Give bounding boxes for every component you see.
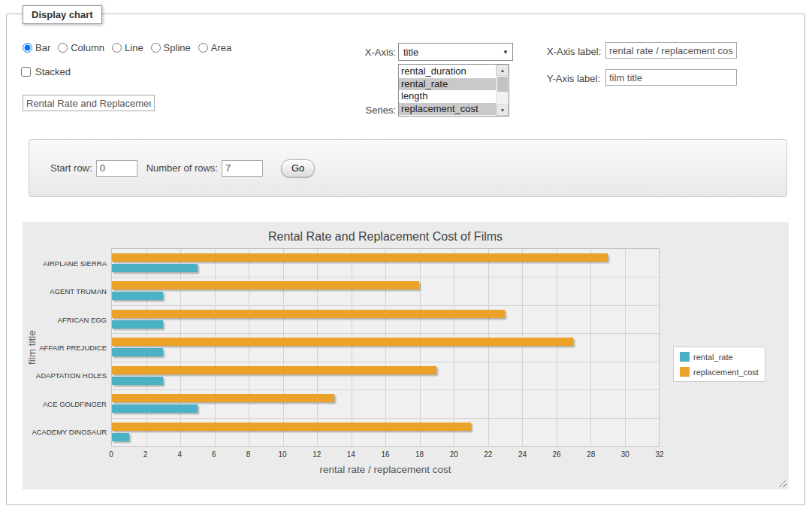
chart-type-radio-area[interactable] xyxy=(198,43,208,53)
chart-area: Rental Rate and Replacement Cost of Film… xyxy=(23,222,789,489)
chart-type-radio-line[interactable] xyxy=(112,43,122,53)
x-axis-tick-label: 28 xyxy=(587,450,595,459)
start-row-label: Start row: xyxy=(50,162,92,174)
stacked-checkbox[interactable] xyxy=(21,67,31,77)
chart-type-label: Column xyxy=(71,42,104,53)
scrollbar-thumb[interactable] xyxy=(497,77,508,92)
plot-area xyxy=(111,248,660,447)
gridline-vertical xyxy=(352,249,352,446)
bar-replacement_cost xyxy=(112,338,573,346)
y-axis-category-label: AGENT TRUMAN xyxy=(50,287,107,295)
y-axis-category-label: AFFAIR PREJUDICE xyxy=(39,344,107,352)
y-axis-label-field-label: Y-Axis label: xyxy=(547,73,600,84)
bar-replacement_cost xyxy=(112,366,436,374)
x-axis-tick-label: 4 xyxy=(177,450,182,459)
chart-type-bar[interactable]: Bar xyxy=(23,42,50,53)
y-axis-category-label: ADAPTATION HOLES xyxy=(36,371,107,380)
x-axis-select[interactable]: title ▼ xyxy=(398,43,513,61)
chart-type-label: Bar xyxy=(35,42,50,53)
gridline-vertical xyxy=(522,249,523,446)
gridline-vertical xyxy=(249,249,249,446)
chart-type-column[interactable]: Column xyxy=(58,42,104,53)
x-axis-selected-value: title xyxy=(403,47,418,58)
go-button[interactable]: Go xyxy=(281,159,315,177)
gridline-vertical xyxy=(488,249,489,446)
scroll-up-icon[interactable]: ▲ xyxy=(497,65,509,76)
chart-title-input[interactable] xyxy=(23,95,155,111)
bar-rental_rate xyxy=(112,377,163,385)
gridline-horizontal xyxy=(112,362,659,362)
bar-replacement_cost xyxy=(112,423,471,431)
x-axis-tick-label: 22 xyxy=(484,450,492,459)
bar-rental_rate xyxy=(112,348,163,356)
num-rows-label: Number of rows: xyxy=(146,162,218,174)
x-axis-tick-label: 18 xyxy=(415,450,424,459)
x-axis-tick-label: 6 xyxy=(212,450,216,459)
gridline-horizontal xyxy=(112,418,659,419)
gridline-vertical xyxy=(283,249,284,446)
x-axis-tick-label: 12 xyxy=(312,450,321,459)
chart-type-spline[interactable]: Spline xyxy=(151,42,191,53)
chart-type-line[interactable]: Line xyxy=(112,42,143,53)
chart-type-area[interactable]: Area xyxy=(198,42,231,53)
y-axis-category-label: ACADEMY DINOSAUR xyxy=(32,428,107,436)
gridline-vertical xyxy=(590,249,591,446)
bar-replacement_cost xyxy=(112,253,608,262)
chart-type-radio-column[interactable] xyxy=(58,43,68,53)
chart-type-group: BarColumnLineSplineArea xyxy=(23,42,231,53)
bar-replacement_cost xyxy=(112,394,334,402)
x-axis-label-input[interactable] xyxy=(605,42,737,59)
series-option-rental_rate[interactable]: rental_rate xyxy=(399,78,496,91)
y-axis-category-label: AIRPLANE SIERRA xyxy=(43,259,107,267)
series-listbox[interactable]: rental_durationrental_ratelengthreplacem… xyxy=(398,64,509,117)
bar-rental_rate xyxy=(112,292,163,300)
stacked-label: Stacked xyxy=(35,66,71,77)
gridline-horizontal xyxy=(112,305,659,306)
series-option-rental_duration[interactable]: rental_duration xyxy=(399,65,496,78)
legend-swatch-rental_rate xyxy=(680,352,690,362)
series-listbox-scrollbar[interactable]: ▲ ▼ xyxy=(496,65,509,116)
gridline-vertical xyxy=(420,249,421,446)
x-axis-tick-label: 2 xyxy=(143,450,148,459)
chart-type-radio-spline[interactable] xyxy=(151,43,161,53)
num-rows-input[interactable] xyxy=(222,160,263,177)
chart-type-label: Spline xyxy=(164,42,191,53)
bar-rental_rate xyxy=(112,264,198,272)
x-axis-tick-label: 10 xyxy=(279,450,287,459)
legend-label-replacement_cost: replacement_cost xyxy=(693,368,759,377)
y-axis-label-input[interactable] xyxy=(605,69,737,86)
y-axis-category-label: ACE GOLDFINGER xyxy=(43,399,107,407)
scrollbar-track[interactable] xyxy=(497,92,509,105)
x-axis-tick-label: 26 xyxy=(553,450,561,459)
start-row-input[interactable] xyxy=(96,160,137,177)
series-option-replacement_cost[interactable]: replacement_cost xyxy=(399,103,496,116)
chart-legend: rental_ratereplacement_cost xyxy=(673,347,765,382)
bar-rental_rate xyxy=(112,433,129,441)
rows-panel: Start row: Number of rows: Go xyxy=(29,139,787,197)
chart-type-label: Area xyxy=(211,42,231,53)
bar-rental_rate xyxy=(112,320,163,329)
bar-replacement_cost xyxy=(112,281,419,289)
gridline-vertical xyxy=(625,249,626,446)
legend-item-replacement_cost: replacement_cost xyxy=(680,367,759,377)
series-option-length[interactable]: length xyxy=(399,90,496,103)
chart-type-radio-bar[interactable] xyxy=(23,43,32,53)
gridline-horizontal xyxy=(112,277,659,277)
gridline-vertical xyxy=(317,249,318,446)
x-axis-title: rental rate / replacement cost xyxy=(111,464,660,475)
gridline-vertical xyxy=(180,249,181,446)
display-chart-page: Display chart BarColumnLineSplineArea St… xyxy=(0,0,812,512)
scroll-down-icon[interactable]: ▼ xyxy=(497,105,509,116)
gridline-horizontal xyxy=(112,389,659,390)
bar-rental_rate xyxy=(112,404,198,413)
legend-item-rental_rate: rental_rate xyxy=(680,352,759,362)
x-axis-ticks: 02468101214161820222426283032 xyxy=(111,450,660,459)
gridline-vertical xyxy=(385,249,386,446)
legend-label-rental_rate: rental_rate xyxy=(693,353,733,362)
chart-title: Rental Rate and Replacement Cost of Film… xyxy=(111,230,660,244)
stacked-checkbox-row[interactable]: Stacked xyxy=(21,66,71,77)
bar-replacement_cost xyxy=(112,310,505,318)
resize-handle[interactable] xyxy=(778,479,786,487)
x-axis-tick-label: 16 xyxy=(381,450,389,459)
series-select-label: Series: xyxy=(342,105,396,116)
